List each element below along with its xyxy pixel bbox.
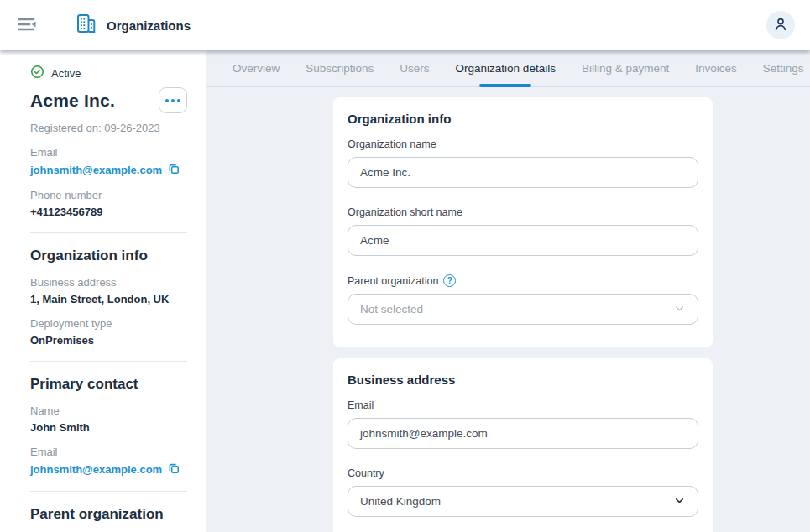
- field-label-text: Country: [348, 467, 384, 479]
- sidebar-field-label: Email: [30, 446, 187, 458]
- email-value: johnsmith@example.com: [30, 463, 162, 476]
- sidebar-section-title-organization-info: Organization info: [30, 248, 187, 264]
- field-label-text: Parent organization: [348, 275, 438, 287]
- field-label: Organization short name: [348, 206, 698, 218]
- select-country[interactable]: United Kingdom: [348, 486, 698, 517]
- sidebar-section-title-parent-organization: Parent organization: [30, 506, 187, 523]
- ellipsis-icon: [165, 99, 180, 102]
- field-organization-name: Organization nameAcme Inc.: [348, 138, 698, 188]
- field-email: Emailjohnsmith@example.com: [348, 399, 698, 449]
- phone-label: Phone number: [30, 189, 187, 201]
- field-label: Parent organization?: [348, 274, 698, 287]
- tab-bar: OverviewSubscriptionsUsersOrganization d…: [206, 50, 810, 87]
- tab-overview[interactable]: Overview: [233, 50, 280, 86]
- input-value: johnsmith@example.com: [360, 427, 488, 440]
- sidebar-field-label: Name: [30, 404, 187, 417]
- main-content: OverviewSubscriptionsUsersOrganization d…: [206, 50, 810, 532]
- tab-subscriptions[interactable]: Subscriptions: [306, 50, 374, 86]
- card-title: Organization info: [348, 112, 698, 126]
- copy-icon[interactable]: [168, 462, 180, 477]
- tab-users[interactable]: Users: [400, 50, 429, 86]
- select-value: United Kingdom: [360, 495, 441, 508]
- phone-value: +41123456789: [30, 206, 187, 218]
- tab-settings[interactable]: Settings: [763, 50, 804, 86]
- sidebar-section-divider: [30, 491, 187, 492]
- sidebar-section-divider: [30, 361, 187, 362]
- copy-icon[interactable]: [168, 163, 180, 177]
- input-value: Acme: [360, 234, 389, 247]
- card-title: Business address: [348, 373, 698, 387]
- sidebar: Active Acme Inc. Registered on: 09-26-20…: [0, 50, 206, 532]
- sidebar-section-divider: [30, 232, 187, 233]
- select-parent-organization[interactable]: Not selected: [348, 294, 698, 325]
- input-value: Acme Inc.: [360, 166, 410, 179]
- field-label-text: Organization short name: [348, 206, 462, 218]
- tab-billing-payment[interactable]: Billing & payment: [582, 50, 669, 86]
- menu-collapse-icon: [16, 15, 39, 36]
- email-value: johnsmith@example.com: [30, 164, 162, 176]
- tab-organization-details[interactable]: Organization details: [456, 50, 556, 86]
- card-organization-info: Organization infoOrganization nameAcme I…: [333, 97, 713, 347]
- input-organization-short-name[interactable]: Acme: [348, 225, 698, 256]
- field-label-text: Organization name: [348, 138, 436, 150]
- input-organization-name[interactable]: Acme Inc.: [348, 157, 698, 188]
- tab-invoices[interactable]: Invoices: [695, 50, 737, 86]
- sidebar-field-label: Deployment type: [30, 317, 187, 330]
- organization-name-title: Acme Inc.: [30, 91, 115, 111]
- input-email[interactable]: johnsmith@example.com: [348, 418, 698, 449]
- field-label: Organization name: [348, 138, 698, 150]
- field-label: Email: [348, 399, 698, 411]
- email-link[interactable]: johnsmith@example.com: [30, 163, 187, 177]
- field-parent-organization: Parent organization?Not selected: [348, 274, 698, 325]
- field-organization-short-name: Organization short nameAcme: [348, 206, 698, 256]
- user-avatar-button[interactable]: [750, 0, 810, 50]
- cards-column: Organization infoOrganization nameAcme I…: [333, 97, 713, 532]
- organizations-buildings-icon: [76, 13, 97, 37]
- field-label: Country: [348, 467, 698, 479]
- question-circle-icon[interactable]: ?: [443, 274, 456, 287]
- top-bar: Organizations: [0, 0, 810, 50]
- page-title: Organizations: [107, 18, 191, 33]
- status-badge: Active: [30, 65, 187, 81]
- chevron-down-icon: [673, 302, 686, 317]
- registered-on-text: Registered on: 09-26-2023: [30, 122, 187, 134]
- sidebar-section-title-primary-contact: Primary contact: [30, 376, 187, 393]
- sidebar-field-label: Business address: [30, 276, 187, 289]
- email-link[interactable]: johnsmith@example.com: [30, 462, 187, 477]
- sidebar-field-value: OnPremises: [30, 334, 187, 347]
- email-label: Email: [30, 146, 187, 159]
- field-label-text: Email: [348, 399, 374, 411]
- field-country: CountryUnited Kingdom: [348, 467, 698, 517]
- more-actions-button[interactable]: [159, 87, 187, 113]
- sidebar-field-value: John Smith: [30, 421, 187, 434]
- chevron-down-icon: [673, 494, 686, 509]
- status-label: Active: [51, 67, 81, 80]
- sidebar-field-value: 1, Main Street, London, UK: [30, 293, 187, 305]
- person-icon: [772, 16, 789, 35]
- sidebar-toggle-button[interactable]: [0, 0, 55, 50]
- card-business-address: Business addressEmailjohnsmith@example.c…: [333, 358, 713, 532]
- select-value: Not selected: [360, 303, 423, 316]
- check-circle-icon: [30, 65, 44, 81]
- avatar: [766, 11, 795, 39]
